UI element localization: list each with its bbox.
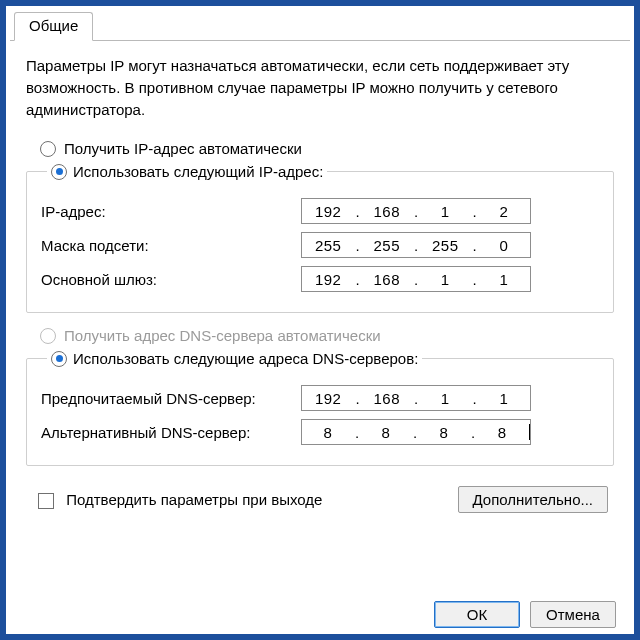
radio-icon	[40, 328, 56, 344]
checkbox-validate-on-exit[interactable]: Подтвердить параметры при выходе	[38, 491, 322, 509]
tab-pane-general: Параметры IP могут назначаться автоматич…	[10, 41, 630, 513]
ip-octet: 2	[478, 203, 530, 220]
ip-octet: 0	[478, 237, 530, 254]
radio-icon	[51, 164, 67, 180]
ip-octet: 255	[419, 237, 471, 254]
advanced-button[interactable]: Дополнительно...	[458, 486, 608, 513]
input-gateway[interactable]: 192. 168. 1. 1	[301, 266, 531, 292]
option-dns-auto: Получить адрес DNS-сервера автоматически	[26, 327, 614, 344]
ip-octet: 1	[478, 390, 530, 407]
dialog-buttons: ОК Отмена	[434, 601, 616, 628]
dialog-client: Общие Параметры IP могут назначаться авт…	[10, 10, 630, 634]
cancel-button[interactable]: Отмена	[530, 601, 616, 628]
option-ip-auto-label: Получить IP-адрес автоматически	[64, 140, 302, 157]
label-gateway: Основной шлюз:	[41, 271, 301, 288]
row-dns-preferred: Предпочитаемый DNS-сервер: 192. 168. 1. …	[41, 385, 599, 411]
ip-octet: 1	[419, 203, 471, 220]
bottom-row: Подтвердить параметры при выходе Дополни…	[26, 480, 614, 513]
input-dns-preferred[interactable]: 192. 168. 1. 1	[301, 385, 531, 411]
ip-octet: 8	[302, 424, 354, 441]
ip-octet: 1	[478, 271, 530, 288]
ip-octet: 1	[419, 390, 471, 407]
option-dns-auto-label: Получить адрес DNS-сервера автоматически	[64, 327, 381, 344]
label-dns-preferred: Предпочитаемый DNS-сервер:	[41, 390, 301, 407]
option-ip-auto[interactable]: Получить IP-адрес автоматически	[26, 140, 614, 157]
option-ip-manual[interactable]: Использовать следующий IP-адрес:	[47, 163, 327, 180]
checkbox-validate-label: Подтвердить параметры при выходе	[66, 491, 322, 508]
tab-strip: Общие	[10, 10, 630, 41]
checkbox-icon	[38, 493, 54, 509]
ip-octet: 168	[361, 271, 413, 288]
radio-icon	[40, 141, 56, 157]
row-dns-alternate: Альтернативный DNS-сервер: 8. 8. 8. 8	[41, 419, 599, 445]
row-ip-address: IP-адрес: 192. 168. 1. 2	[41, 198, 599, 224]
input-subnet-mask[interactable]: 255. 255. 255. 0	[301, 232, 531, 258]
ok-button-label: ОК	[467, 606, 487, 623]
ip-octet: 192	[302, 390, 354, 407]
cancel-button-label: Отмена	[546, 606, 600, 623]
ip-octet: 8	[418, 424, 470, 441]
input-dns-alternate[interactable]: 8. 8. 8. 8	[301, 419, 531, 445]
row-subnet-mask: Маска подсети: 255. 255. 255. 0	[41, 232, 599, 258]
ip-octet: 8	[476, 424, 528, 441]
ip-octet: 192	[302, 271, 354, 288]
ip-octet: 1	[419, 271, 471, 288]
label-ip-address: IP-адрес:	[41, 203, 301, 220]
tab-general-label: Общие	[29, 17, 78, 34]
input-ip-address[interactable]: 192. 168. 1. 2	[301, 198, 531, 224]
row-gateway: Основной шлюз: 192. 168. 1. 1	[41, 266, 599, 292]
text-caret	[529, 424, 530, 440]
group-dns-manual: Использовать следующие адреса DNS-сервер…	[26, 350, 614, 466]
ip-octet: 8	[360, 424, 412, 441]
advanced-button-label: Дополнительно...	[473, 491, 593, 508]
tab-general[interactable]: Общие	[14, 12, 93, 41]
ip-octet: 255	[361, 237, 413, 254]
option-ip-manual-label: Использовать следующий IP-адрес:	[73, 163, 323, 180]
ip-octet: 192	[302, 203, 354, 220]
option-dns-manual-label: Использовать следующие адреса DNS-сервер…	[73, 350, 418, 367]
ip-octet: 168	[361, 203, 413, 220]
label-dns-alternate: Альтернативный DNS-сервер:	[41, 424, 301, 441]
ip-octet: 168	[361, 390, 413, 407]
option-dns-manual[interactable]: Использовать следующие адреса DNS-сервер…	[47, 350, 422, 367]
intro-text: Параметры IP могут назначаться автоматич…	[26, 55, 614, 120]
radio-icon	[51, 351, 67, 367]
group-ip-manual: Использовать следующий IP-адрес: IP-адре…	[26, 163, 614, 313]
ok-button[interactable]: ОК	[434, 601, 520, 628]
label-subnet-mask: Маска подсети:	[41, 237, 301, 254]
ip-octet: 255	[302, 237, 354, 254]
dialog-window: Общие Параметры IP могут назначаться авт…	[0, 0, 640, 640]
